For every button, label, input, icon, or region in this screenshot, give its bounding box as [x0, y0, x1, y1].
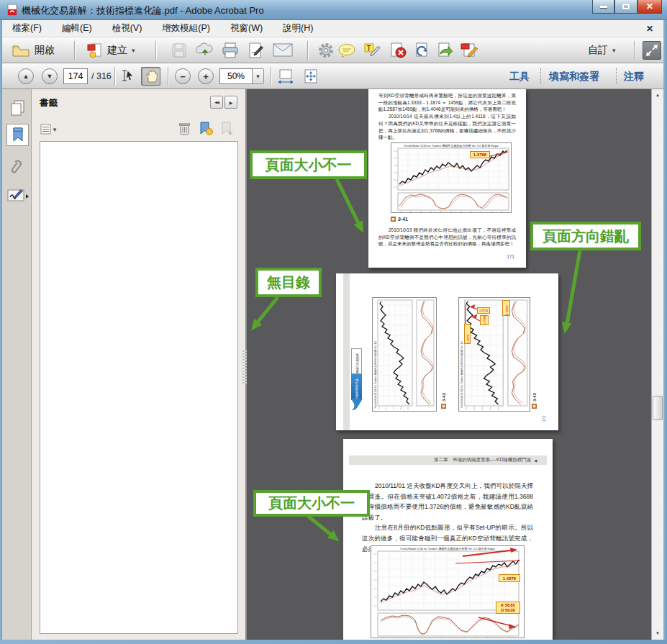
fullscreen-button[interactable] — [643, 41, 661, 60]
bookmarks-panel: 書籤 ◀◀ ▶ ▾ — [32, 89, 245, 640]
fill-sign-pane-button[interactable]: 填寫和簽署 — [549, 71, 599, 83]
bookmark-options-button[interactable]: ▾ — [38, 122, 58, 137]
edit-page-button[interactable] — [460, 42, 479, 59]
plus-icon: + — [203, 71, 209, 82]
preferences-button[interactable] — [317, 42, 335, 59]
page-edit-icon — [460, 42, 479, 59]
bookmarks-list-empty[interactable] — [40, 141, 238, 634]
bookmark-goto-button[interactable] — [218, 121, 237, 137]
figure-caption: 圖 3-41 — [391, 217, 408, 222]
page-delete-icon — [389, 42, 407, 59]
signature-pen-icon — [7, 188, 29, 204]
scroll-down-button[interactable]: ▼ — [652, 627, 663, 639]
caption-badge: 圖 — [441, 404, 446, 409]
page3-body-text: 2010/11/01 這天收盤KD再度交叉向上，我們可以於隔天擇價買進。但在價格… — [362, 481, 533, 554]
close-button[interactable]: ✕ — [637, 0, 662, 14]
ribbon-title-2: 技術指標進化論 — [355, 378, 358, 399]
arrow-up-icon: ▲ — [655, 93, 660, 97]
email-button[interactable] — [273, 43, 293, 58]
caption-badge: 圖 — [532, 404, 537, 409]
collapse-panel-button[interactable]: ◀◀ — [210, 96, 223, 109]
hand-icon — [145, 70, 158, 83]
new-bookmark-button[interactable] — [196, 121, 215, 137]
callout-no-toc: 無目錄 — [255, 268, 322, 297]
candlestick-chart — [391, 142, 512, 213]
toolbar-separator — [74, 41, 75, 60]
scroll-up-button[interactable]: ▲ — [652, 89, 663, 101]
kd-k-value: K 58.83 — [501, 603, 514, 608]
bookmarks-panel-button[interactable] — [6, 124, 29, 146]
chapter-ribbon: 機械化交易新解 技術指標進化論 — [351, 348, 362, 410]
maximize-button[interactable] — [614, 0, 637, 14]
sign-button[interactable] — [247, 42, 266, 59]
scrollbar-thumb[interactable] — [653, 396, 663, 420]
fit-page-button[interactable] — [301, 68, 320, 85]
price-annotation: 1.3688 — [480, 315, 489, 325]
fit-width-icon — [277, 68, 294, 84]
page-number-input[interactable] — [63, 68, 88, 84]
delete-page-button[interactable] — [389, 42, 407, 59]
zoom-level-value[interactable]: 50% — [219, 68, 253, 84]
customize-button[interactable]: 自訂 ▾ — [588, 41, 616, 60]
vertical-scrollbar[interactable]: ▲ ▼ — [651, 89, 663, 640]
page1-closing-text: 2010/10/19 我們終於求仁得仁地止損出場了，不過這裡形成的KD空頭背離倒… — [378, 227, 516, 248]
expand-panel-button[interactable]: ▶ — [224, 96, 237, 109]
menubar-close-icon[interactable]: ✕ — [646, 24, 653, 34]
signatures-panel-button[interactable] — [6, 187, 30, 204]
minus-icon: − — [180, 71, 186, 82]
fit-width-button[interactable] — [277, 68, 294, 84]
bookmark-star-icon — [198, 122, 214, 137]
zoom-out-button[interactable]: − — [175, 68, 191, 84]
menu-window[interactable]: 視窗(W) — [220, 19, 273, 37]
options-list-icon — [40, 124, 52, 135]
select-tool-button[interactable] — [120, 68, 137, 84]
comment-button[interactable] — [337, 43, 356, 58]
zoom-dropdown-button[interactable]: ▾ — [252, 68, 264, 84]
menu-plugins[interactable]: 增效模組(P) — [152, 19, 220, 37]
print-button[interactable] — [221, 42, 240, 59]
create-pdf-icon — [87, 42, 103, 58]
delete-bookmark-button[interactable] — [176, 121, 193, 137]
page-thumbnails-button[interactable] — [8, 98, 28, 118]
paperclip-icon — [11, 159, 25, 178]
minimize-button[interactable] — [592, 0, 614, 14]
menu-view[interactable]: 檢視(V) — [102, 19, 153, 37]
kd-annotation: K 58.83 D 59.08 — [496, 602, 520, 614]
tools-pane-button[interactable]: 工具 — [509, 71, 530, 83]
menu-edit[interactable]: 編輯(E) — [52, 19, 102, 37]
toolbar-separator — [271, 67, 271, 86]
window-border-bottom — [0, 640, 667, 644]
open-button[interactable]: 開啟 — [12, 41, 55, 60]
pane-separator — [540, 68, 541, 84]
svg-text:T: T — [367, 45, 371, 53]
save-button[interactable] — [171, 42, 188, 59]
previous-page-button[interactable]: ▲ — [18, 68, 34, 84]
pdf-page-172-landscape: 機械化交易新解 技術指標進化論 — [336, 273, 558, 430]
expand-arrows-icon — [645, 44, 658, 57]
acrobat-pdf-icon — [6, 4, 18, 16]
send-cloud-button[interactable] — [195, 42, 215, 59]
toolbar-separator — [114, 67, 115, 86]
ribbon-arrow-icon — [350, 399, 364, 412]
next-page-button[interactable]: ▼ — [42, 68, 58, 84]
callout-page-size-top: 頁面大小不一 — [250, 150, 367, 179]
menu-help[interactable]: 說明(H) — [273, 19, 323, 37]
create-button[interactable]: 建立 ▾ — [87, 41, 135, 60]
page-total-label: / 316 — [91, 71, 112, 81]
rotate-page-button[interactable] — [414, 42, 431, 59]
hand-tool-button[interactable] — [141, 67, 160, 86]
attachments-panel-button[interactable] — [9, 158, 27, 178]
highlight-text-button[interactable]: T — [363, 42, 382, 59]
create-label: 建立 — [107, 44, 127, 57]
trash-icon — [178, 122, 191, 136]
export-page-button[interactable] — [436, 42, 455, 59]
toolbar-separator — [634, 41, 635, 60]
open-label: 開啟 — [35, 44, 55, 57]
ribbon-top: 機械化交易新解 — [351, 348, 362, 374]
arrow-down-icon: ▼ — [655, 631, 660, 635]
comment-pane-button[interactable]: 注釋 — [624, 71, 644, 83]
arrow-down-icon: ▼ — [47, 73, 53, 80]
menu-file[interactable]: 檔案(F) — [2, 19, 52, 37]
ribbon-title-1: 機械化交易新解 — [355, 353, 359, 373]
zoom-in-button[interactable]: + — [198, 68, 214, 84]
